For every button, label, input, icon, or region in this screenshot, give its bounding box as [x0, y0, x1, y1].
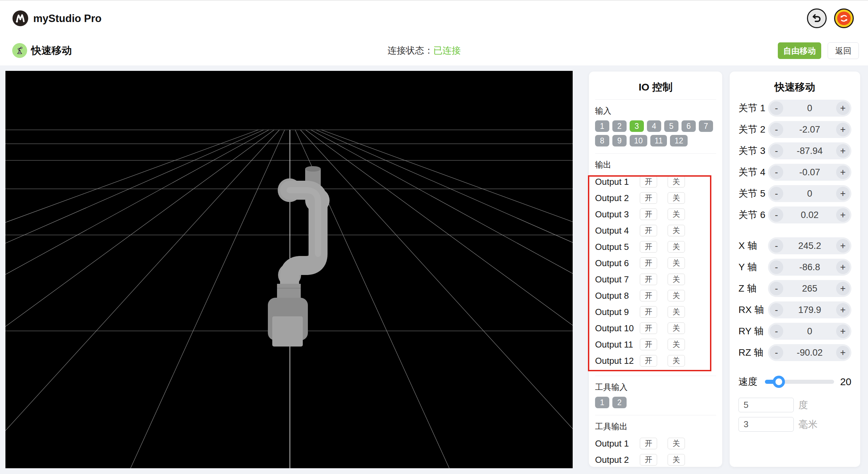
- output-3-off-button[interactable]: 关: [668, 209, 685, 220]
- input-button-6[interactable]: 6: [682, 120, 696, 132]
- axis-x-stepper: -245.2+: [768, 237, 851, 254]
- input-button-2[interactable]: 2: [612, 120, 627, 132]
- plus-button[interactable]: +: [836, 303, 850, 317]
- plus-button[interactable]: +: [836, 165, 850, 179]
- plus-button[interactable]: +: [836, 208, 850, 222]
- output-12-on-button[interactable]: 开: [640, 355, 657, 367]
- plus-button[interactable]: +: [836, 282, 850, 295]
- output-9-off-button[interactable]: 关: [668, 306, 685, 318]
- output-2-on-button[interactable]: 开: [640, 192, 657, 204]
- output-6-on-button[interactable]: 开: [640, 257, 657, 269]
- divider: [595, 99, 716, 100]
- undo-button[interactable]: [807, 8, 827, 28]
- plus-button[interactable]: +: [836, 101, 850, 115]
- output-8-off-button[interactable]: 关: [668, 290, 685, 301]
- input-button-8[interactable]: 8: [595, 135, 609, 146]
- plus-button[interactable]: +: [836, 187, 850, 200]
- tool-input-button-1[interactable]: 1: [595, 397, 609, 408]
- output-row-12: Output 12开关: [595, 353, 716, 369]
- minus-button[interactable]: -: [770, 346, 783, 359]
- input-button-10[interactable]: 10: [630, 135, 647, 146]
- axis-y-value: -86.8: [783, 262, 836, 273]
- output-11-on-button[interactable]: 开: [640, 339, 657, 350]
- plus-button[interactable]: +: [836, 260, 850, 274]
- output-1-off-button[interactable]: 关: [668, 176, 685, 187]
- minus-button[interactable]: -: [770, 165, 783, 179]
- minus-button[interactable]: -: [770, 324, 783, 338]
- output-label: Output 1: [595, 438, 640, 449]
- joint-label: 关节 5: [738, 187, 765, 200]
- joint-label: 关节 4: [738, 166, 765, 179]
- output-4-on-button[interactable]: 开: [640, 225, 657, 236]
- output-4-off-button[interactable]: 关: [668, 225, 685, 236]
- output-6-off-button[interactable]: 关: [668, 257, 685, 269]
- viewport-3d[interactable]: [5, 71, 573, 468]
- input-button-3[interactable]: 3: [630, 120, 644, 132]
- minus-button[interactable]: -: [770, 303, 783, 317]
- minus-button[interactable]: -: [770, 123, 783, 136]
- output-10-on-button[interactable]: 开: [640, 322, 657, 334]
- plus-button[interactable]: +: [836, 346, 850, 359]
- speed-control: 速度 20: [738, 375, 851, 389]
- speed-value: 20: [840, 376, 851, 388]
- input-button-4[interactable]: 4: [647, 120, 661, 132]
- mm-step-input[interactable]: [738, 417, 794, 432]
- plus-button[interactable]: +: [836, 239, 850, 253]
- minus-button[interactable]: -: [770, 260, 783, 274]
- tool-output-1-off-button[interactable]: 关: [668, 438, 685, 449]
- joint-row-2: 关节 2--2.07+: [738, 121, 851, 138]
- degree-step-input[interactable]: [738, 398, 794, 412]
- joint-5-stepper: -0+: [768, 185, 851, 202]
- output-section-label: 输出: [595, 159, 716, 170]
- minus-button[interactable]: -: [770, 144, 783, 158]
- output-7-on-button[interactable]: 开: [640, 274, 657, 285]
- tool-output-2-off-button[interactable]: 关: [668, 454, 685, 466]
- output-2-off-button[interactable]: 关: [668, 192, 685, 204]
- output-5-off-button[interactable]: 关: [668, 241, 685, 253]
- tool-input-button-2[interactable]: 2: [612, 397, 627, 408]
- plus-button[interactable]: +: [836, 123, 850, 136]
- input-button-12[interactable]: 12: [670, 135, 688, 146]
- quick-move-title: 快速移动: [738, 72, 851, 93]
- plus-button[interactable]: +: [836, 144, 850, 158]
- joint-label: 关节 6: [738, 209, 765, 221]
- output-10-off-button[interactable]: 关: [668, 322, 685, 334]
- tool-output-row-1: Output 1开关: [595, 435, 716, 452]
- input-button-5[interactable]: 5: [664, 120, 678, 132]
- tool-output-1-on-button[interactable]: 开: [640, 438, 657, 449]
- minus-button[interactable]: -: [770, 239, 783, 253]
- tool-input-section-label: 工具输入: [595, 382, 716, 393]
- output-8-on-button[interactable]: 开: [640, 290, 657, 301]
- speed-slider[interactable]: [765, 380, 834, 384]
- plus-button[interactable]: +: [836, 324, 850, 338]
- joint-6-stepper: -0.02+: [768, 206, 851, 223]
- output-label: Output 11: [595, 339, 640, 350]
- output-3-on-button[interactable]: 开: [640, 209, 657, 220]
- emergency-stop-button[interactable]: [834, 8, 854, 28]
- output-7-off-button[interactable]: 关: [668, 274, 685, 285]
- minus-button[interactable]: -: [770, 101, 783, 115]
- joint-5-value: 0: [783, 189, 836, 199]
- minus-button[interactable]: -: [770, 208, 783, 222]
- free-move-button[interactable]: 自由移动: [778, 42, 821, 59]
- back-button[interactable]: 返回: [828, 42, 859, 59]
- output-label: Output 2: [595, 193, 640, 203]
- output-1-on-button[interactable]: 开: [640, 176, 657, 187]
- quick-move-panel: 快速移动 关节 1-0+ 关节 2--2.07+ 关节 3--87.94+ 关节…: [730, 72, 860, 467]
- joint-label: 关节 1: [738, 102, 765, 115]
- input-button-11[interactable]: 11: [650, 135, 667, 146]
- input-button-9[interactable]: 9: [612, 135, 627, 146]
- axis-row-rz: RZ 轴--90.02+: [738, 344, 851, 361]
- input-button-1[interactable]: 1: [595, 120, 609, 132]
- output-5-on-button[interactable]: 开: [640, 241, 657, 253]
- mm-step-row: 毫米: [738, 417, 851, 432]
- output-12-off-button[interactable]: 关: [668, 355, 685, 367]
- tool-output-section-label: 工具输出: [595, 421, 716, 432]
- minus-button[interactable]: -: [770, 282, 783, 295]
- output-11-off-button[interactable]: 关: [668, 339, 685, 350]
- minus-button[interactable]: -: [770, 187, 783, 200]
- speed-slider-thumb[interactable]: [773, 376, 785, 388]
- tool-output-2-on-button[interactable]: 开: [640, 454, 657, 466]
- output-9-on-button[interactable]: 开: [640, 306, 657, 318]
- input-button-7[interactable]: 7: [699, 120, 713, 132]
